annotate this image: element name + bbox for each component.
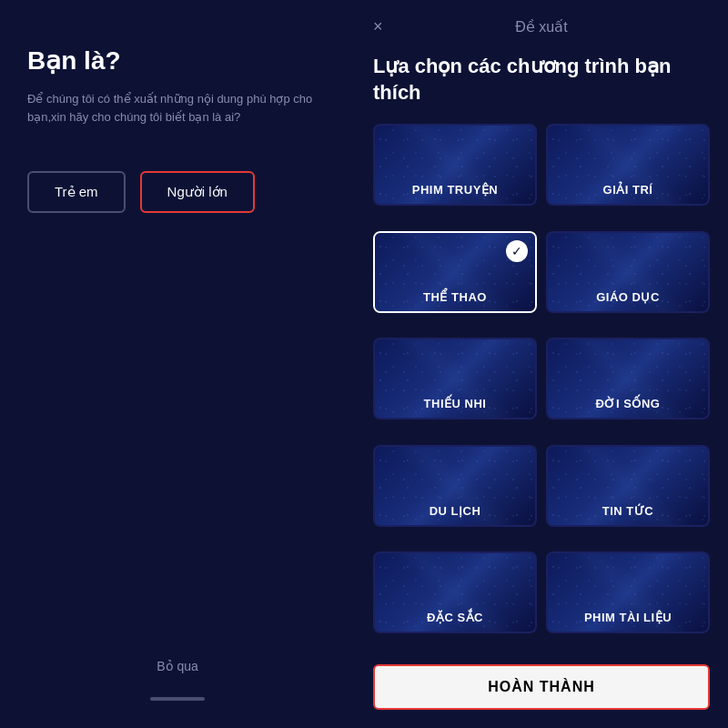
category-label: THIẾU NHI bbox=[375, 389, 535, 418]
category-doi-song[interactable]: ĐỜI SỐNG bbox=[546, 338, 710, 420]
category-grid: PHIM TRUYỆN GIẢI TRÍ ✓ THỂ THAO GIÁO DỤC bbox=[373, 124, 710, 650]
category-tin-tuc[interactable]: TIN TỨC bbox=[546, 445, 710, 527]
category-label: THỂ THAO bbox=[375, 283, 535, 311]
category-label: ĐẶC SẮC bbox=[375, 603, 535, 632]
section-title: Lựa chọn các chương trình bạn thích bbox=[373, 54, 710, 106]
right-panel: × Đề xuất Lựa chọn các chương trình bạn … bbox=[355, 0, 728, 728]
left-panel: Bạn là? Để chúng tôi có thể xuất những n… bbox=[0, 0, 355, 728]
user-type-buttons: Trẻ em Người lớn bbox=[27, 171, 328, 213]
adult-button[interactable]: Người lớn bbox=[140, 171, 255, 213]
close-button[interactable]: × bbox=[373, 17, 383, 36]
category-label: PHIM TÀI LIỆU bbox=[548, 603, 708, 632]
bottom-indicator bbox=[150, 697, 205, 701]
page-title: Bạn là? bbox=[27, 46, 328, 76]
category-dac-sac[interactable]: ĐẶC SẮC bbox=[373, 551, 537, 633]
category-phim-tai-lieu[interactable]: PHIM TÀI LIỆU bbox=[546, 551, 710, 633]
category-label: TIN TỨC bbox=[548, 497, 708, 525]
category-thieu-nhi[interactable]: THIẾU NHI bbox=[373, 338, 537, 420]
category-giao-duc[interactable]: GIÁO DỤC bbox=[546, 231, 710, 313]
category-label: ĐỜI SỐNG bbox=[548, 389, 708, 418]
category-giai-tri[interactable]: GIẢI TRÍ bbox=[546, 124, 710, 206]
category-label: GIẢI TRÍ bbox=[548, 176, 708, 204]
category-the-thao[interactable]: ✓ THỂ THAO bbox=[373, 231, 537, 313]
header-title: Đề xuất bbox=[515, 18, 567, 35]
children-button[interactable]: Trẻ em bbox=[27, 171, 126, 213]
category-label: DU LỊCH bbox=[375, 497, 535, 525]
category-label: PHIM TRUYỆN bbox=[375, 176, 535, 204]
subtitle-text: Để chúng tôi có thể xuất những nội dung … bbox=[27, 90, 328, 126]
category-phim-truyen[interactable]: PHIM TRUYỆN bbox=[373, 124, 537, 206]
selected-checkmark: ✓ bbox=[506, 240, 528, 262]
skip-link[interactable]: Bỏ qua bbox=[157, 659, 198, 673]
complete-button[interactable]: HOÀN THÀNH bbox=[373, 664, 710, 710]
category-du-lich[interactable]: DU LỊCH bbox=[373, 445, 537, 527]
category-label: GIÁO DỤC bbox=[548, 283, 708, 311]
right-header: × Đề xuất bbox=[373, 18, 710, 35]
